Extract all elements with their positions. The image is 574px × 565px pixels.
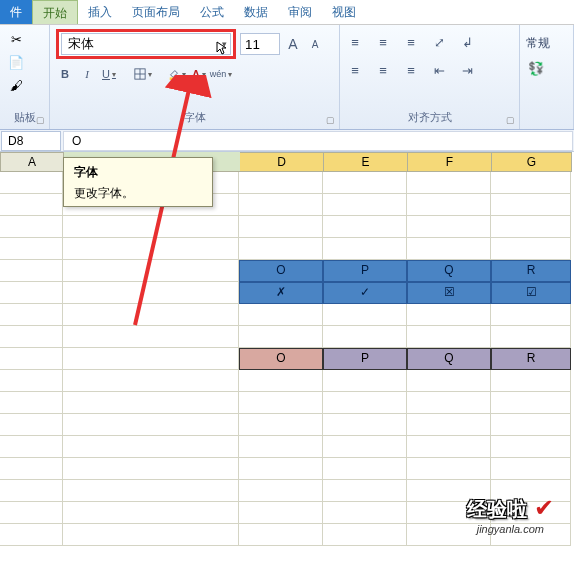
cell[interactable] bbox=[407, 414, 491, 436]
cell[interactable]: ☒ bbox=[407, 282, 491, 304]
orientation-icon[interactable]: ⤢ bbox=[430, 33, 448, 51]
cell[interactable] bbox=[0, 458, 63, 480]
cell[interactable]: Q bbox=[407, 260, 491, 282]
tab-formulas[interactable]: 公式 bbox=[190, 0, 234, 24]
cell[interactable] bbox=[323, 216, 407, 238]
cell[interactable] bbox=[63, 238, 239, 260]
cell[interactable] bbox=[323, 304, 407, 326]
cell[interactable] bbox=[0, 326, 63, 348]
col-header-e[interactable]: E bbox=[324, 152, 408, 172]
wrap-text-icon[interactable]: ↲ bbox=[458, 33, 476, 51]
cell[interactable]: O bbox=[239, 260, 323, 282]
col-header-d[interactable]: D bbox=[240, 152, 324, 172]
selected-cell[interactable]: P bbox=[323, 348, 407, 370]
font-name-dropdown-icon[interactable]: ▾ bbox=[222, 39, 227, 49]
font-dialog-launcher[interactable]: ▢ bbox=[323, 113, 337, 127]
currency-icon[interactable]: 💱 bbox=[526, 58, 546, 78]
cell[interactable] bbox=[491, 326, 571, 348]
cell[interactable] bbox=[63, 392, 239, 414]
format-painter-icon[interactable]: 🖌 bbox=[6, 75, 26, 95]
cell[interactable]: ✗ bbox=[239, 282, 323, 304]
cell[interactable] bbox=[323, 326, 407, 348]
cell[interactable] bbox=[323, 436, 407, 458]
underline-button[interactable]: U bbox=[100, 65, 118, 83]
cell[interactable] bbox=[63, 260, 239, 282]
cell[interactable] bbox=[63, 458, 239, 480]
copy-icon[interactable]: 📄 bbox=[6, 52, 26, 72]
cell[interactable]: ✓ bbox=[323, 282, 407, 304]
cell[interactable] bbox=[323, 480, 407, 502]
col-header-a[interactable]: A bbox=[0, 152, 64, 172]
borders-button[interactable] bbox=[134, 65, 152, 83]
cell[interactable] bbox=[0, 480, 63, 502]
cell[interactable] bbox=[239, 392, 323, 414]
phonetic-button[interactable]: wén bbox=[212, 65, 230, 83]
cell[interactable] bbox=[323, 238, 407, 260]
cell[interactable] bbox=[63, 326, 239, 348]
cell[interactable] bbox=[323, 392, 407, 414]
cell[interactable] bbox=[239, 370, 323, 392]
cut-icon[interactable]: ✂ bbox=[6, 29, 26, 49]
cell[interactable] bbox=[323, 524, 407, 546]
cell[interactable]: P bbox=[323, 260, 407, 282]
cell[interactable] bbox=[239, 238, 323, 260]
selected-cell[interactable]: R bbox=[491, 348, 571, 370]
cell[interactable] bbox=[239, 480, 323, 502]
align-top-icon[interactable]: ≡ bbox=[346, 33, 364, 51]
cell[interactable] bbox=[239, 304, 323, 326]
cell[interactable] bbox=[239, 172, 323, 194]
cell[interactable] bbox=[239, 458, 323, 480]
cell[interactable] bbox=[63, 348, 239, 370]
cell[interactable] bbox=[407, 392, 491, 414]
cell[interactable] bbox=[407, 436, 491, 458]
cell[interactable]: ☑ bbox=[491, 282, 571, 304]
cell[interactable] bbox=[323, 458, 407, 480]
align-right-icon[interactable]: ≡ bbox=[402, 61, 420, 79]
cell[interactable] bbox=[407, 172, 491, 194]
cell[interactable] bbox=[0, 194, 63, 216]
cell[interactable] bbox=[239, 524, 323, 546]
cell[interactable] bbox=[63, 370, 239, 392]
cell[interactable] bbox=[63, 436, 239, 458]
cell[interactable] bbox=[0, 502, 63, 524]
selected-cell[interactable]: Q bbox=[407, 348, 491, 370]
cell[interactable] bbox=[491, 304, 571, 326]
increase-indent-icon[interactable]: ⇥ bbox=[458, 61, 476, 79]
align-left-icon[interactable]: ≡ bbox=[346, 61, 364, 79]
cell[interactable] bbox=[407, 326, 491, 348]
col-header-g[interactable]: G bbox=[492, 152, 572, 172]
cell[interactable] bbox=[323, 414, 407, 436]
cell[interactable] bbox=[491, 458, 571, 480]
align-bottom-icon[interactable]: ≡ bbox=[402, 33, 420, 51]
cell[interactable] bbox=[323, 172, 407, 194]
cell[interactable]: R bbox=[491, 260, 571, 282]
cell[interactable] bbox=[63, 524, 239, 546]
col-header-f[interactable]: F bbox=[408, 152, 492, 172]
number-format-label[interactable]: 常规 bbox=[526, 35, 567, 52]
cell[interactable] bbox=[63, 304, 239, 326]
tab-layout[interactable]: 页面布局 bbox=[122, 0, 190, 24]
cell[interactable] bbox=[239, 414, 323, 436]
cell[interactable] bbox=[491, 194, 571, 216]
tab-insert[interactable]: 插入 bbox=[78, 0, 122, 24]
bold-button[interactable]: B bbox=[56, 65, 74, 83]
align-center-icon[interactable]: ≡ bbox=[374, 61, 392, 79]
cell[interactable] bbox=[63, 502, 239, 524]
cell[interactable] bbox=[239, 216, 323, 238]
tab-data[interactable]: 数据 bbox=[234, 0, 278, 24]
cell[interactable] bbox=[407, 304, 491, 326]
cell[interactable] bbox=[407, 370, 491, 392]
cell[interactable] bbox=[0, 436, 63, 458]
cell[interactable] bbox=[491, 172, 571, 194]
name-box[interactable]: D8 bbox=[1, 131, 61, 151]
cell[interactable] bbox=[407, 458, 491, 480]
cell[interactable] bbox=[491, 436, 571, 458]
cell[interactable] bbox=[491, 216, 571, 238]
cell[interactable] bbox=[323, 370, 407, 392]
tab-file[interactable]: 件 bbox=[0, 0, 32, 24]
cell[interactable] bbox=[0, 392, 63, 414]
selected-cell[interactable]: O bbox=[239, 348, 323, 370]
cell[interactable] bbox=[63, 216, 239, 238]
font-size-input[interactable] bbox=[240, 33, 280, 55]
shrink-font-button[interactable]: A bbox=[306, 35, 324, 53]
